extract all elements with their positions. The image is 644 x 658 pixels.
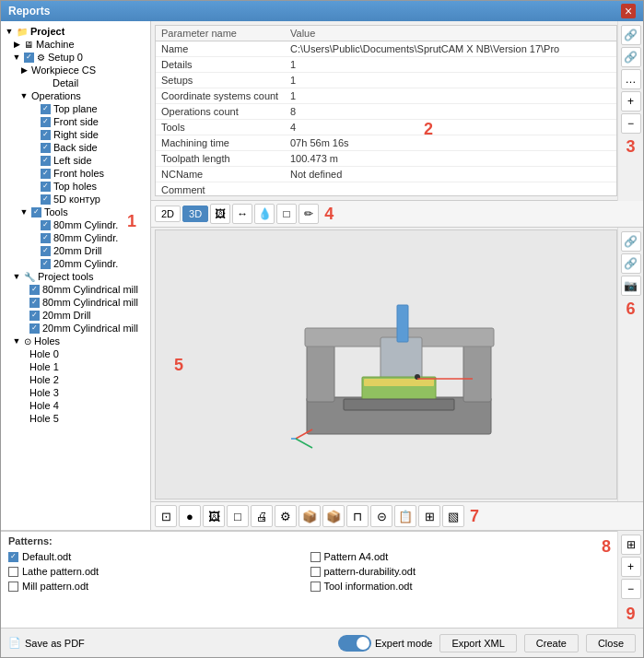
tool-hatch-btn[interactable]: ▧: [442, 505, 464, 527]
tree-item-ptool4[interactable]: 20mm Cylindrical mill: [1, 322, 150, 335]
checkbox-tools[interactable]: [31, 207, 41, 217]
viewport-camera-btn[interactable]: 📷: [621, 276, 641, 296]
expand-setup-icon[interactable]: ▼: [12, 53, 21, 62]
tree-item-hole5[interactable]: Hole 5: [1, 412, 150, 425]
tool-grid-btn[interactable]: ⊞: [418, 505, 440, 527]
expand-tools-icon[interactable]: ▼: [19, 207, 29, 217]
tree-item-hole3[interactable]: Hole 3: [1, 386, 150, 399]
tree-item-holes[interactable]: ▼ ⊙ Holes: [1, 335, 150, 347]
tree-item-5dcontour[interactable]: 5D контур: [1, 193, 150, 206]
tool-box-btn[interactable]: □: [227, 505, 249, 527]
tool-box3-btn[interactable]: 📦: [322, 505, 345, 527]
checkbox-ptool4[interactable]: [29, 323, 40, 334]
tree-item-tool2[interactable]: 80mm Cylindr.: [1, 231, 150, 244]
view-screenshot-btn[interactable]: 🖼: [210, 204, 230, 224]
patterns-minus-btn[interactable]: −: [621, 579, 641, 599]
tree-item-rightside[interactable]: Right side: [1, 128, 150, 141]
tree-item-frontside[interactable]: Front side: [1, 115, 150, 128]
pattern-checkbox-lathe[interactable]: [8, 567, 18, 577]
checkbox-ptool1[interactable]: [29, 285, 40, 295]
tree-item-hole0[interactable]: Hole 0: [1, 347, 150, 360]
checkbox-leftside[interactable]: [41, 156, 51, 166]
tree-item-workpiececs[interactable]: ▶ Workpiece CS: [1, 64, 150, 76]
expand-wcs-icon[interactable]: ▶: [19, 65, 29, 75]
tree-item-hole2[interactable]: Hole 2: [1, 373, 150, 386]
tree-item-frontholes[interactable]: Front holes: [1, 167, 150, 180]
tree-item-tool3[interactable]: 20mm Drill: [1, 244, 150, 257]
create-button[interactable]: Create: [524, 634, 579, 652]
tree-item-topholes[interactable]: Top holes: [1, 180, 150, 193]
close-window-button[interactable]: ×: [621, 4, 636, 18]
pattern-checkbox-default[interactable]: [8, 552, 18, 562]
view-ruler-btn[interactable]: ↔: [232, 204, 252, 224]
checkbox-backside[interactable]: [41, 143, 51, 153]
patterns-plus-btn[interactable]: +: [621, 557, 641, 577]
checkbox-tool1[interactable]: [41, 220, 51, 230]
link-button-2[interactable]: 🔗: [621, 47, 641, 67]
tree-item-topplane[interactable]: Top plane: [1, 102, 150, 115]
view-pencil-btn[interactable]: ✏: [299, 204, 319, 224]
pattern-checkbox-mill[interactable]: [8, 582, 18, 592]
tree-item-ptool2[interactable]: 80mm Cylindrical mill: [1, 296, 150, 309]
view-drop-btn[interactable]: 💧: [254, 204, 275, 224]
tool-funnel-btn[interactable]: ⊓: [346, 505, 369, 527]
checkbox-tool4[interactable]: [41, 259, 51, 269]
viewport-link-btn-1[interactable]: 🔗: [621, 231, 641, 252]
tree-item-backside[interactable]: Back side: [1, 141, 150, 154]
viewport-link-btn-2[interactable]: 🔗: [621, 253, 641, 274]
close-button[interactable]: Close: [586, 634, 636, 652]
checkbox-ptool2[interactable]: [29, 298, 40, 308]
tool-sphere-btn[interactable]: ●: [179, 505, 201, 527]
expand-machine-icon[interactable]: ▶: [12, 40, 21, 49]
checkbox-tool2[interactable]: [41, 233, 51, 243]
checkbox-frontholes[interactable]: [41, 169, 51, 179]
patterns-grid-btn[interactable]: ⊞: [621, 535, 641, 555]
viewport-3d[interactable]: 5: [155, 229, 617, 499]
tool-select-btn[interactable]: ⊡: [155, 505, 177, 527]
tree-item-hole1[interactable]: Hole 1: [1, 360, 150, 373]
tree-item-hole4[interactable]: Hole 4: [1, 399, 150, 412]
save-pdf-area[interactable]: 📄 Save as PDF: [8, 637, 85, 649]
dots-button[interactable]: …: [621, 69, 641, 89]
expand-holes-icon[interactable]: ▼: [12, 336, 21, 346]
checkbox-topholes[interactable]: [41, 182, 51, 192]
tree-item-project[interactable]: ▼ 📁 Project: [1, 25, 150, 38]
checkbox-tool3[interactable]: [41, 246, 51, 256]
plus-button[interactable]: +: [621, 91, 641, 112]
checkbox-topplane[interactable]: [41, 104, 51, 114]
btn-3d[interactable]: 3D: [182, 206, 208, 222]
checkbox-5dcontour[interactable]: [41, 194, 51, 205]
tree-item-tool1[interactable]: 80mm Cylindr.: [1, 218, 150, 231]
expert-mode-toggle[interactable]: [338, 635, 371, 652]
tool-minus-btn[interactable]: ⊝: [370, 505, 392, 527]
tree-item-machine[interactable]: ▶ 🖥 Machine: [1, 38, 150, 51]
tool-gear-btn[interactable]: ⚙: [275, 505, 297, 527]
tool-box2-btn[interactable]: 📦: [299, 505, 321, 527]
tool-clip-btn[interactable]: 📋: [394, 505, 416, 527]
export-xml-button[interactable]: Export XML: [439, 634, 516, 652]
tree-item-leftside[interactable]: Left side: [1, 154, 150, 167]
expand-projecttools-icon[interactable]: ▼: [12, 272, 21, 281]
checkbox-rightside[interactable]: [41, 130, 51, 140]
tree-item-tool4[interactable]: 20mm Cylindr.: [1, 257, 150, 270]
pattern-checkbox-durability[interactable]: [310, 567, 321, 577]
minus-button[interactable]: −: [621, 113, 641, 134]
pattern-checkbox-a4[interactable]: [310, 552, 321, 562]
checkbox-frontside[interactable]: [41, 117, 51, 127]
tree-item-setup0[interactable]: ▼ ⚙ Setup 0: [1, 51, 150, 64]
tree-item-projecttools[interactable]: ▼ 🔧 Project tools: [1, 270, 150, 283]
checkbox-ptool3[interactable]: [29, 311, 40, 321]
tool-print-btn[interactable]: 🖨: [251, 505, 273, 527]
tree-item-ptool1[interactable]: 80mm Cylindrical mill: [1, 283, 150, 296]
expand-project-icon[interactable]: ▼: [5, 27, 14, 36]
tool-image-btn[interactable]: 🖼: [203, 505, 225, 527]
tree-item-tools[interactable]: ▼ Tools: [1, 206, 150, 218]
tree-item-detail[interactable]: Detail: [1, 76, 150, 89]
link-button-1[interactable]: 🔗: [621, 25, 641, 45]
btn-2d[interactable]: 2D: [155, 206, 181, 222]
expand-ops-icon[interactable]: ▼: [19, 91, 29, 100]
pattern-checkbox-toolinfo[interactable]: [310, 582, 321, 592]
view-box-btn[interactable]: □: [276, 204, 297, 224]
tree-item-ptool3[interactable]: 20mm Drill: [1, 309, 150, 322]
tree-item-operations[interactable]: ▼ Operations: [1, 89, 150, 102]
